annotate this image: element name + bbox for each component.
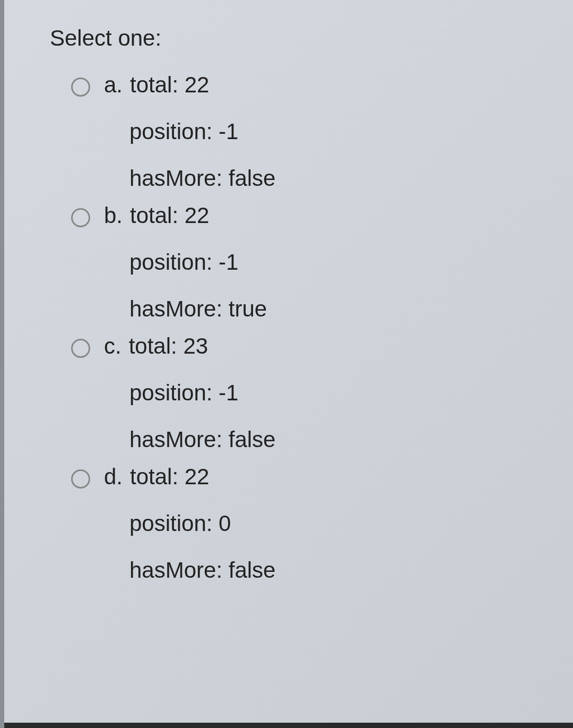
option-d-body: d. total: 22 position: 0 hasMore: false xyxy=(104,464,275,583)
radio-c[interactable] xyxy=(71,339,90,358)
option-b-first-line: b. total: 22 xyxy=(104,203,267,228)
option-d-total: total: 22 xyxy=(130,464,209,490)
option-a: a. total: 22 position: -1 hasMore: false xyxy=(50,72,573,191)
option-c-total: total: 23 xyxy=(129,333,208,359)
option-c-position: position: -1 xyxy=(129,380,275,406)
option-c-letter: c. xyxy=(104,333,121,359)
radio-d[interactable] xyxy=(71,469,90,489)
option-c: c. total: 23 position: -1 hasMore: false xyxy=(50,333,573,452)
option-d-position: position: 0 xyxy=(129,511,275,536)
option-b-letter: b. xyxy=(104,203,123,228)
radio-a[interactable] xyxy=(71,78,90,97)
option-c-hasmore: hasMore: false xyxy=(129,427,275,452)
bottom-bar xyxy=(4,723,573,728)
option-d-letter: d. xyxy=(104,464,123,490)
option-a-position: position: -1 xyxy=(129,119,275,144)
option-c-first-line: c. total: 23 xyxy=(104,333,275,359)
option-d-hasmore: hasMore: false xyxy=(129,558,275,583)
option-b-body: b. total: 22 position: -1 hasMore: true xyxy=(104,203,267,322)
option-a-hasmore: hasMore: false xyxy=(129,166,275,191)
option-d-first-line: d. total: 22 xyxy=(104,464,275,490)
question-block: Select one: a. total: 22 position: -1 ha… xyxy=(4,0,573,583)
option-a-body: a. total: 22 position: -1 hasMore: false xyxy=(104,72,275,191)
option-d: d. total: 22 position: 0 hasMore: false xyxy=(50,464,573,583)
option-b-position: position: -1 xyxy=(129,250,267,275)
option-a-total: total: 22 xyxy=(130,72,209,98)
select-one-prompt: Select one: xyxy=(50,25,573,51)
radio-b[interactable] xyxy=(71,208,90,227)
option-a-first-line: a. total: 22 xyxy=(104,72,275,98)
option-c-body: c. total: 23 position: -1 hasMore: false xyxy=(104,333,275,452)
option-b-hasmore: hasMore: true xyxy=(129,296,267,322)
option-b: b. total: 22 position: -1 hasMore: true xyxy=(50,203,573,322)
option-b-total: total: 22 xyxy=(130,203,209,228)
option-a-letter: a. xyxy=(104,72,123,98)
